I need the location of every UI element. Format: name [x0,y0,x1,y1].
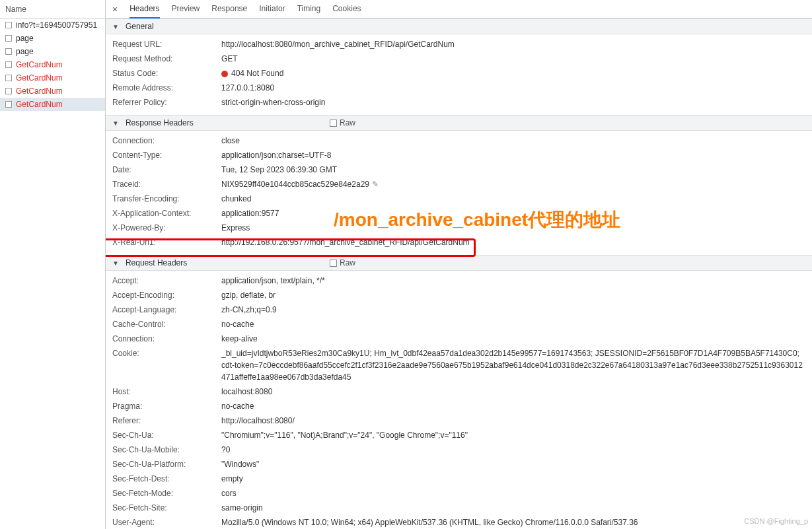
request-item[interactable]: GetCardNum [0,85,105,98]
header-row: Transfer-Encoding:chunked [106,192,812,206]
header-key: Request URL: [112,38,221,50]
header-row: Connection:close [106,133,812,148]
tab-headers[interactable]: Headers [129,0,159,18]
header-row: Accept-Encoding:gzip, deflate, br [106,288,812,302]
section-title: Response Headers [126,118,194,127]
chevron-down-icon: ▼ [112,260,119,267]
header-key: Date: [112,164,221,176]
header-value: strict-origin-when-cross-origin [221,96,805,108]
tab-initiator[interactable]: Initiator [259,0,285,18]
tab-response[interactable]: Response [211,0,247,18]
request-type-icon [5,75,12,81]
header-row: Remote Address:127.0.0.1:8080 [106,81,812,95]
header-key: Sec-Fetch-Dest: [112,473,221,485]
header-key: Sec-Ch-Ua: [112,429,221,441]
header-key: Accept-Language: [112,304,221,316]
edit-icon[interactable]: ✎ [372,180,379,189]
header-value: application/json;charset=UTF-8 [221,149,805,161]
request-label: info?t=1694500757951 [16,20,97,30]
section-header[interactable]: ▼Response HeadersRaw [106,115,812,131]
section-header[interactable]: ▼Request HeadersRaw [106,255,812,271]
header-key: Connection: [112,135,221,147]
header-value: cors [221,487,805,499]
header-value: GET [221,53,805,65]
header-value: close [221,135,805,147]
header-key: Remote Address: [112,82,221,94]
header-row: Connection:keep-alive [106,332,812,346]
section-header[interactable]: ▼General [106,18,812,34]
section-body: Accept:application/json, text/plain, */*… [106,271,812,529]
header-row: Request URL:http://localhost:8080/mon_ar… [106,37,812,52]
tab-timing[interactable]: Timing [297,0,321,18]
header-row: Pragma:no-cache [106,399,812,413]
header-value: 127.0.0.1:8080 [221,82,805,94]
request-type-icon [5,101,12,108]
header-row: Sec-Ch-Ua:"Chromium";v="116", "Not)A;Bra… [106,428,812,442]
header-value: _bl_uid=jvIdtjwboR53eRies2m30Ca9ky1U; Hm… [221,347,805,383]
request-label: GetCardNum [16,100,63,109]
header-key: Cookie: [112,347,221,383]
section-title: General [126,22,154,31]
header-value: no-cache [221,400,805,412]
header-value: http://localhost:8080/ [221,415,805,427]
header-row: Sec-Ch-Ua-Mobile:?0 [106,442,812,457]
checkbox-icon [330,120,337,127]
header-key: Accept: [112,275,221,287]
header-value: ?0 [221,444,805,456]
header-row: Sec-Fetch-Dest:empty [106,472,812,486]
request-label: GetCardNum [16,87,63,96]
raw-toggle[interactable]: Raw [330,118,355,127]
raw-toggle[interactable]: Raw [330,258,355,267]
header-value: 404 Not Found [221,67,805,79]
header-row: Traceid:NIX9529ff40e1044ccb85cac529e84e2… [106,177,812,192]
header-key: Sec-Fetch-Site: [112,502,221,514]
request-item[interactable]: info?t=1694500757951 [0,18,105,32]
header-row: Accept:application/json, text/plain, */* [106,273,812,288]
header-value: Tue, 12 Sep 2023 06:39:30 GMT [221,164,805,176]
header-value: Mozilla/5.0 (Windows NT 10.0; Win64; x64… [221,516,805,528]
request-label: page [16,47,34,56]
request-list: info?t=1694500757951pagepageGetCardNumGe… [0,18,105,529]
header-row: Host:localhost:8080 [106,384,812,399]
section-body: Request URL:http://localhost:8080/mon_ar… [106,34,812,115]
header-key: Accept-Encoding: [112,289,221,301]
request-type-icon [5,22,12,28]
request-type-icon [5,88,12,94]
header-row: Cookie:_bl_uid=jvIdtjwboR53eRies2m30Ca9k… [106,346,812,384]
header-value: keep-alive [221,333,805,345]
request-item[interactable]: GetCardNum [0,98,105,111]
tab-cookies[interactable]: Cookies [332,0,361,18]
header-key: User-Agent: [112,516,221,528]
request-item[interactable]: page [0,45,105,58]
header-value: localhost:8080 [221,386,805,398]
header-row: Sec-Fetch-Mode:cors [106,486,812,501]
header-value: chunked [221,193,805,205]
request-label: GetCardNum [16,73,63,83]
header-row: Referer:http://localhost:8080/ [106,413,812,428]
header-value: gzip, deflate, br [221,289,805,301]
request-item[interactable]: page [0,32,105,45]
detail-scroll[interactable]: ▼GeneralRequest URL:http://localhost:808… [106,18,812,529]
annotation-text: /mon_archive_cabinet代理的地址 [334,207,620,232]
header-key: Pragma: [112,400,221,412]
header-row: Content-Type:application/json;charset=UT… [106,148,812,162]
header-value: "Chromium";v="116", "Not)A;Brand";v="24"… [221,429,805,441]
header-value: "Windows" [221,458,805,470]
request-item[interactable]: GetCardNum [0,71,105,85]
header-row: Referrer Policy:strict-origin-when-cross… [106,95,812,110]
header-key: Referer: [112,415,221,427]
header-key: X-Powered-By: [112,222,221,234]
header-value: http://localhost:8080/mon_archive_cabine… [221,38,805,50]
header-key: Status Code: [112,67,221,79]
request-type-icon [5,61,12,68]
chevron-down-icon: ▼ [112,120,119,127]
chevron-down-icon: ▼ [112,23,119,30]
request-item[interactable]: GetCardNum [0,58,105,71]
raw-label: Raw [340,118,355,127]
close-icon[interactable]: × [112,4,118,15]
header-key: Request Method: [112,53,221,65]
header-value: zh-CN,zh;q=0.9 [221,304,805,316]
header-row: Accept-Language:zh-CN,zh;q=0.9 [106,302,812,317]
header-key: Host: [112,386,221,398]
tab-preview[interactable]: Preview [172,0,200,18]
